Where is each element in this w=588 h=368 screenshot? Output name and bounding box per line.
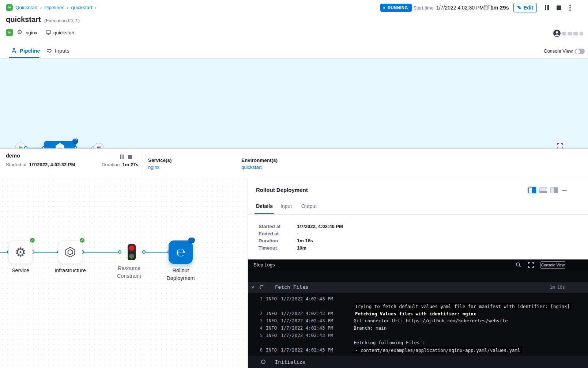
detail-value: - bbox=[297, 231, 298, 236]
log-message: - content/en/examples/application/nginx-… bbox=[354, 347, 522, 353]
edit-button[interactable]: ✎ Edit bbox=[513, 3, 537, 12]
execution-graph-canvas[interactable]: ⚙ ✓ ✓ ℮ Service Infrastructure Resource … bbox=[0, 178, 248, 368]
log-timestamp: 1/7/2022 4:02:43 PM bbox=[281, 295, 333, 303]
pause-stage-button[interactable] bbox=[120, 155, 124, 159]
detail-label: Ended at bbox=[259, 231, 279, 236]
step-label-resource-constraint: Resource Constraint bbox=[112, 265, 147, 280]
environments-value-link[interactable]: quickstart bbox=[241, 164, 262, 170]
log-message-text: Git connector Url: bbox=[354, 318, 406, 323]
connector-dot bbox=[142, 250, 146, 254]
log-message: Branch: main bbox=[354, 325, 387, 331]
breadcrumb: Quickstart›Pipelines›quickstart› bbox=[15, 5, 99, 10]
log-timestamp: 1/7/2022 4:02:43 PM bbox=[281, 310, 333, 317]
environment-chip[interactable]: quickstart bbox=[53, 30, 75, 35]
breadcrumb-separator: › bbox=[64, 5, 71, 10]
tab-details[interactable]: Details bbox=[256, 203, 273, 209]
step-logs-console: Step Logs Console View ∨ Fetch Files 1m … bbox=[248, 259, 588, 368]
execution-id: (Execution ID: 1) bbox=[44, 18, 80, 23]
log-line-number: 5 bbox=[248, 332, 263, 339]
search-icon[interactable] bbox=[516, 262, 521, 268]
service-gear-icon: ⚙ bbox=[17, 29, 22, 36]
step-node-rollout-deployment[interactable]: ℮ bbox=[169, 240, 193, 264]
started-value: 1/7/2022, 4:02:32 PM bbox=[29, 162, 75, 167]
log-section-fetch-files[interactable]: ∨ Fetch Files 1m 16s bbox=[248, 282, 588, 293]
success-check-icon: ✓ bbox=[29, 237, 35, 243]
layout-right-panel-button[interactable] bbox=[550, 187, 558, 193]
step-label-infrastructure: Infrastructure bbox=[50, 267, 90, 274]
stage-name: demo bbox=[6, 153, 20, 159]
pending-circle-icon bbox=[261, 360, 265, 364]
breadcrumb-pipeline-name[interactable]: quickstart bbox=[71, 5, 93, 10]
running-dot-icon bbox=[383, 7, 385, 9]
traffic-green-light-icon bbox=[129, 254, 134, 259]
start-time-value: 1/7/2022 4:02:30 PM bbox=[436, 5, 484, 11]
status-badge-label: RUNNING bbox=[388, 5, 408, 10]
step-node-infrastructure[interactable] bbox=[58, 240, 82, 264]
tab-pipeline[interactable]: Pipeline bbox=[11, 48, 40, 54]
rolling-deploy-icon: ℮ bbox=[176, 246, 185, 259]
log-message: Fetching Values files with identifier: n… bbox=[354, 310, 478, 317]
duration-value: 1m 27s bbox=[122, 162, 138, 167]
detail-value: 1/7/2022, 4:02:40 PM bbox=[297, 224, 343, 229]
execution-detail-area: ⚙ ✓ ✓ ℮ Service Infrastructure Resource … bbox=[0, 178, 588, 368]
more-options-button[interactable] bbox=[568, 4, 573, 12]
success-check-icon: ✓ bbox=[79, 237, 85, 243]
section-running-spinner-icon bbox=[260, 285, 264, 290]
environment-icon bbox=[45, 30, 52, 36]
log-line-number: 3 bbox=[248, 317, 263, 325]
toggle-knob bbox=[576, 49, 580, 54]
divider bbox=[248, 214, 588, 215]
duration-label: Duration: bbox=[102, 162, 121, 167]
step-logs-title: Step Logs bbox=[253, 262, 275, 268]
log-section-initialize[interactable]: Initialize bbox=[248, 356, 588, 368]
breadcrumb-project[interactable]: Quickstart bbox=[15, 5, 38, 10]
stage-duration: Duration: 1m 27s bbox=[102, 162, 138, 167]
log-message: Trying to fetch default values yaml file… bbox=[354, 303, 571, 310]
redacted-text bbox=[573, 32, 578, 35]
edge bbox=[33, 252, 60, 253]
harness-cd-logo-icon: ∞ bbox=[6, 29, 13, 36]
chevron-down-icon: ∨ bbox=[251, 285, 255, 289]
step-node-resource-constraint[interactable] bbox=[128, 244, 136, 260]
layout-split-right-button[interactable] bbox=[528, 187, 536, 193]
environments-label: Environment(s) bbox=[241, 158, 278, 163]
user-avatar[interactable] bbox=[553, 30, 561, 37]
minimize-panel-button[interactable] bbox=[562, 190, 567, 191]
tab-input[interactable]: Input bbox=[280, 203, 292, 209]
log-line: 3INFO1/7/2022 4:02:43 PMGit connector Ur… bbox=[248, 317, 588, 325]
console-view-toggle[interactable] bbox=[575, 49, 585, 54]
start-time-label: Start time bbox=[413, 5, 434, 11]
edge bbox=[82, 252, 121, 253]
stage-started-at: Started at: 1/7/2022, 4:02:32 PM bbox=[6, 162, 75, 167]
status-badge: RUNNING bbox=[380, 4, 412, 12]
logs-console-view-button[interactable]: Console View bbox=[540, 261, 565, 269]
detail-value: 10m bbox=[297, 245, 306, 251]
log-message: Fetching following Files : bbox=[354, 340, 425, 345]
git-connector-url-link[interactable]: https://github.com/kubernetes/website bbox=[406, 318, 508, 323]
tab-output[interactable]: Output bbox=[301, 203, 317, 209]
log-line: 6INFO1/7/2022 4:02:43 PM- content/en/exa… bbox=[248, 346, 588, 354]
started-label: Started at: bbox=[6, 162, 28, 167]
pause-pipeline-button[interactable] bbox=[545, 5, 549, 10]
detail-label: Timeout bbox=[259, 245, 277, 251]
expand-logs-icon[interactable] bbox=[528, 262, 534, 268]
stop-stage-button[interactable] bbox=[128, 155, 132, 159]
log-timestamp: 1/7/2022 4:02:43 PM bbox=[281, 325, 333, 332]
elapsed-time: 1m 29s bbox=[490, 4, 509, 11]
step-node-service[interactable]: ⚙ bbox=[8, 240, 33, 264]
services-value-link[interactable]: nginx bbox=[148, 164, 159, 170]
traffic-red-light-icon bbox=[129, 246, 134, 251]
breadcrumb-separator: › bbox=[38, 5, 45, 10]
services-label: Service(s) bbox=[148, 158, 172, 163]
log-section-name: Initialize bbox=[275, 359, 305, 365]
pipeline-graph-canvas[interactable]: ∞ demo + − bbox=[0, 58, 588, 148]
layout-bottom-button[interactable] bbox=[539, 187, 547, 193]
breadcrumb-pipelines[interactable]: Pipelines bbox=[44, 5, 64, 10]
service-chip[interactable]: nginx bbox=[26, 30, 37, 35]
redacted-text bbox=[568, 32, 572, 35]
stop-pipeline-button[interactable] bbox=[557, 5, 561, 10]
edit-button-label: Edit bbox=[524, 5, 533, 11]
tab-inputs[interactable]: Inputs bbox=[46, 48, 69, 54]
pencil-icon: ✎ bbox=[517, 5, 521, 11]
console-view-label: Console View bbox=[544, 48, 573, 54]
